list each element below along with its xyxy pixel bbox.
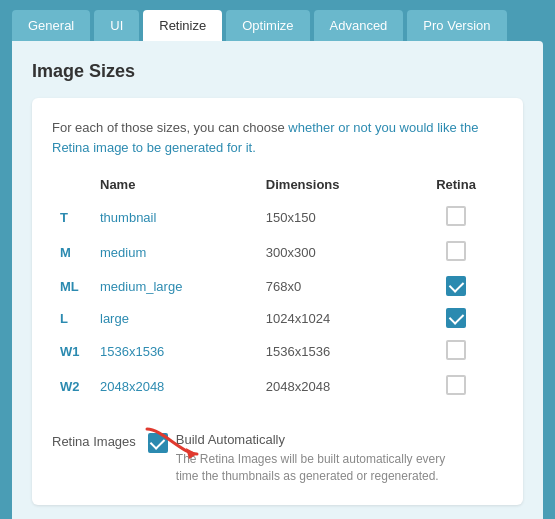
table-row: ML medium_large 768x0: [52, 270, 503, 302]
tab-advanced[interactable]: Advanced: [314, 10, 404, 41]
size-dimensions: 1024x1024: [258, 302, 409, 334]
tab-pro-version[interactable]: Pro Version: [407, 10, 506, 41]
retina-checkbox[interactable]: [446, 375, 466, 395]
size-label: L: [52, 302, 92, 334]
size-label: M: [52, 235, 92, 270]
tab-retinize[interactable]: Retinize: [143, 10, 222, 41]
size-dimensions: 300x300: [258, 235, 409, 270]
size-retina-checkbox-cell: [409, 302, 503, 334]
bottom-right: Build Automatically The Retina Images wi…: [176, 432, 456, 485]
table-row: T thumbnail 150x150: [52, 200, 503, 235]
size-dimensions: 150x150: [258, 200, 409, 235]
bottom-checkbox-row: Build Automatically The Retina Images wi…: [148, 432, 456, 485]
size-name: medium_large: [92, 270, 258, 302]
retina-images-label: Retina Images: [52, 432, 136, 449]
size-name: 2048x2048: [92, 369, 258, 404]
size-name: large: [92, 302, 258, 334]
size-label: W2: [52, 369, 92, 404]
tab-optimize[interactable]: Optimize: [226, 10, 309, 41]
size-name: 1536x1536: [92, 334, 258, 369]
size-dimensions: 1536x1536: [258, 334, 409, 369]
table-row: L large 1024x1024: [52, 302, 503, 334]
bottom-row: Retina Images Build Automatically The Re…: [52, 420, 503, 485]
size-retina-checkbox-cell: [409, 270, 503, 302]
nav-tabs: GeneralUIRetinizeOptimizeAdvancedPro Ver…: [0, 0, 555, 41]
retina-checkbox[interactable]: [446, 308, 466, 328]
description-text: For each of those sizes, you can choose: [52, 120, 288, 135]
build-automatically-checkbox[interactable]: [148, 433, 168, 453]
col-dimensions: Dimensions: [258, 173, 409, 200]
col-retina: Retina: [409, 173, 503, 200]
size-name: medium: [92, 235, 258, 270]
col-label: [52, 173, 92, 200]
card: For each of those sizes, you can choose …: [32, 98, 523, 505]
size-retina-checkbox-cell: [409, 200, 503, 235]
retina-checkbox[interactable]: [446, 276, 466, 296]
size-retina-checkbox-cell: [409, 369, 503, 404]
size-label: ML: [52, 270, 92, 302]
size-dimensions: 2048x2048: [258, 369, 409, 404]
tab-general[interactable]: General: [12, 10, 90, 41]
size-name: thumbnail: [92, 200, 258, 235]
table-row: W1 1536x1536 1536x1536: [52, 334, 503, 369]
size-retina-checkbox-cell: [409, 334, 503, 369]
retina-checkbox[interactable]: [446, 241, 466, 261]
size-dimensions: 768x0: [258, 270, 409, 302]
table-row: M medium 300x300: [52, 235, 503, 270]
retina-checkbox[interactable]: [446, 206, 466, 226]
build-automatically-label: Build Automatically: [176, 432, 456, 447]
size-label: W1: [52, 334, 92, 369]
retina-checkbox[interactable]: [446, 340, 466, 360]
size-label: T: [52, 200, 92, 235]
main-content: Image Sizes For each of those sizes, you…: [12, 41, 543, 519]
section-title: Image Sizes: [32, 61, 523, 82]
tab-ui[interactable]: UI: [94, 10, 139, 41]
size-retina-checkbox-cell: [409, 235, 503, 270]
col-name: Name: [92, 173, 258, 200]
table-row: W2 2048x2048 2048x2048: [52, 369, 503, 404]
sizes-table: Name Dimensions Retina T thumbnail 150x1…: [52, 173, 503, 404]
build-description: The Retina Images will be built automati…: [176, 451, 456, 485]
card-description: For each of those sizes, you can choose …: [52, 118, 503, 157]
